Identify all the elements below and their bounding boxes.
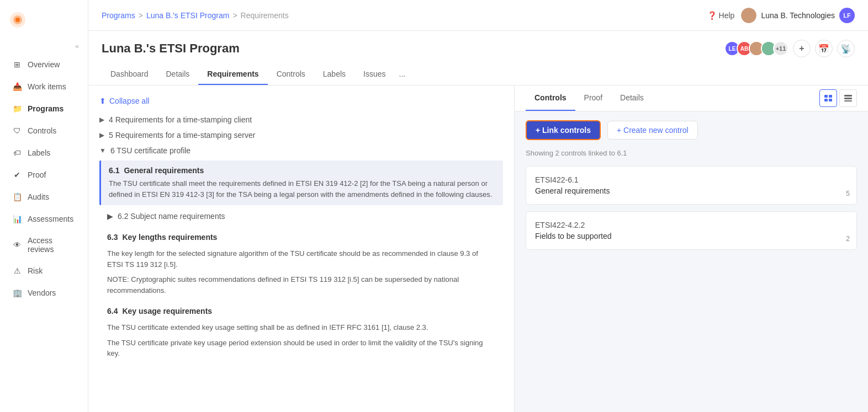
- audit-icon: 📋: [12, 192, 22, 202]
- sidebar-item-controls[interactable]: 🛡 Controls: [3, 120, 84, 141]
- logo: [0, 7, 88, 39]
- sidebar-item-risk[interactable]: ⚠ Risk: [3, 260, 84, 281]
- inbox-icon: 📥: [12, 82, 22, 92]
- svg-rect-6: [829, 95, 832, 98]
- tab-controls[interactable]: Controls: [268, 64, 314, 85]
- user-photo: [741, 8, 756, 23]
- control-2-name: Fields to be supported: [535, 232, 848, 240]
- feed-icon-btn[interactable]: 📡: [837, 40, 855, 57]
- add-member-button[interactable]: +: [793, 40, 811, 57]
- sidebar-item-assessments[interactable]: 📊 Assessments: [3, 208, 84, 229]
- control-2-badge: 2: [846, 235, 850, 243]
- avatar-count: +11: [773, 41, 788, 56]
- controls-count: Showing 2 controls linked to 6.1: [515, 149, 868, 162]
- assess-icon: 📊: [12, 214, 22, 224]
- controls-tabs-list: Controls Proof Details: [526, 85, 653, 111]
- req-6-3-header[interactable]: 6.3 Key lengths requirements: [99, 228, 503, 246]
- svg-rect-10: [844, 98, 852, 99]
- tab-dashboard[interactable]: Dashboard: [102, 64, 157, 85]
- control-1-name: General requirements: [535, 186, 848, 195]
- topbar-right: ❓ Help Luna B. Technologies LF: [707, 8, 855, 23]
- sidebar-item-programs[interactable]: 📁 Programs: [3, 98, 84, 119]
- user-name: Luna B. Technologies: [761, 11, 835, 20]
- req-6-4: 6.4 Key usage requirements The TSU certi…: [99, 300, 503, 363]
- req5-title: 5 Requirements for a time-stamping serve…: [109, 131, 255, 140]
- tab-labels[interactable]: Labels: [314, 64, 354, 85]
- breadcrumb-current: Requirements: [241, 11, 289, 20]
- svg-rect-9: [844, 95, 852, 97]
- breadcrumb-sep1: >: [139, 11, 143, 20]
- tab-details[interactable]: Details: [157, 64, 199, 85]
- collapse-all-button[interactable]: ⬆ Collapse all: [88, 94, 514, 112]
- sidebar: « ⊞ Overview 📥 Work items 📁 Programs 🛡 C…: [0, 0, 88, 412]
- req6-2-toggle: ▶: [107, 212, 113, 221]
- help-button[interactable]: ❓ Help: [707, 11, 735, 20]
- tab-requirements[interactable]: Requirements: [198, 64, 267, 85]
- breadcrumb-program[interactable]: Luna B.'s ETSI Program: [146, 11, 230, 20]
- page-header: Luna B.'s ETSI Program LE AB +11 + 📅 📡: [88, 31, 868, 85]
- control-1-badge: 5: [846, 190, 850, 197]
- page-title-row: Luna B.'s ETSI Program LE AB +11 + 📅 📡: [102, 40, 855, 57]
- view-toggle-buttons: [819, 89, 857, 107]
- controls-toolbar: + Link controls + Create new control: [515, 111, 868, 149]
- req6-subsections: 6.1 General requirements The TSU certifi…: [88, 160, 514, 363]
- avatar-stack: LE AB +11: [724, 41, 788, 56]
- req6-header[interactable]: ▼ 6 TSU certificate profile: [88, 143, 514, 158]
- tab-issues[interactable]: Issues: [354, 64, 394, 85]
- req-6-3: 6.3 Key lengths requirements The key len…: [99, 226, 503, 300]
- control-card-2[interactable]: ETSI422-4.2.2 Fields to be supported 2: [526, 211, 857, 250]
- link-controls-button[interactable]: + Link controls: [526, 120, 601, 140]
- control-1-id: ETSI422-6.1: [535, 175, 848, 184]
- tab-more[interactable]: ...: [395, 64, 410, 85]
- proof-icon: ✔: [12, 170, 22, 180]
- req4-title: 4 Requirements for a time-stamping clien…: [109, 115, 252, 124]
- sidebar-item-overview[interactable]: ⊞ Overview: [3, 54, 84, 75]
- content-area: ⬆ Collapse all ▶ 4 Requirements for a ti…: [88, 85, 868, 412]
- control-2-id: ETSI422-4.2.2: [535, 221, 848, 229]
- controls-tab-proof[interactable]: Proof: [575, 85, 611, 111]
- svg-rect-8: [829, 99, 832, 101]
- sidebar-item-audits[interactable]: 📋 Audits: [3, 186, 84, 207]
- requirements-panel: ⬆ Collapse all ▶ 4 Requirements for a ti…: [88, 85, 515, 412]
- svg-point-2: [15, 18, 20, 22]
- sidebar-item-proof[interactable]: ✔ Proof: [3, 164, 84, 185]
- grid-icon: ⊞: [12, 60, 22, 69]
- list-view-btn[interactable]: [819, 89, 837, 107]
- user-info: Luna B. Technologies LF: [741, 8, 855, 23]
- folder-icon: 📁: [12, 104, 22, 114]
- req-section-5[interactable]: ▶ 5 Requirements for a time-stamping ser…: [88, 127, 514, 143]
- collapse-all-icon: ⬆: [99, 97, 106, 105]
- svg-rect-11: [844, 100, 852, 101]
- sidebar-item-vendors[interactable]: 🏢 Vendors: [3, 282, 84, 303]
- sidebar-item-work-items[interactable]: 📥 Work items: [3, 76, 84, 97]
- req6-toggle: ▼: [99, 147, 106, 154]
- risk-icon: ⚠: [12, 266, 22, 276]
- controls-tab-controls[interactable]: Controls: [526, 85, 575, 111]
- create-new-control-button[interactable]: + Create new control: [607, 121, 698, 140]
- req-6-4-header[interactable]: 6.4 Key usage requirements: [99, 302, 503, 320]
- req-6-1-header: 6.1 General requirements: [109, 166, 495, 175]
- req-section-6: ▼ 6 TSU certificate profile 6.1 General …: [88, 143, 514, 363]
- req-6-2[interactable]: ▶ 6.2 Subject name requirements: [99, 207, 503, 225]
- sidebar-item-labels[interactable]: 🏷 Labels: [3, 142, 84, 163]
- access-icon: 👁: [12, 240, 22, 250]
- controls-tab-details[interactable]: Details: [611, 85, 653, 111]
- tag-icon: 🏷: [12, 148, 22, 158]
- vendor-icon: 🏢: [12, 288, 22, 298]
- topbar: Programs > Luna B.'s ETSI Program > Requ…: [88, 0, 868, 31]
- req-section-4[interactable]: ▶ 4 Requirements for a time-stamping cli…: [88, 112, 514, 127]
- sidebar-item-access-reviews[interactable]: 👁 Access reviews: [3, 231, 84, 259]
- svg-rect-5: [824, 95, 828, 98]
- breadcrumb-programs[interactable]: Programs: [102, 11, 135, 20]
- req-6-4-desc2: The TSU certificate private key usage pe…: [99, 335, 503, 361]
- req-6-4-desc1: The TSU certificate extended key usage s…: [99, 320, 503, 335]
- control-card-1[interactable]: ETSI422-6.1 General requirements 5: [526, 166, 857, 205]
- sidebar-collapse-btn[interactable]: «: [0, 39, 88, 53]
- calendar-icon-btn[interactable]: 📅: [815, 40, 833, 57]
- req-6-1-desc: The TSU certificate shall meet the requi…: [109, 178, 495, 200]
- main-area: Programs > Luna B.'s ETSI Program > Requ…: [88, 0, 868, 412]
- svg-rect-7: [824, 99, 828, 101]
- grid-view-btn[interactable]: [839, 89, 857, 107]
- req-6-1[interactable]: 6.1 General requirements The TSU certifi…: [99, 160, 503, 205]
- breadcrumb: Programs > Luna B.'s ETSI Program > Requ…: [102, 11, 289, 20]
